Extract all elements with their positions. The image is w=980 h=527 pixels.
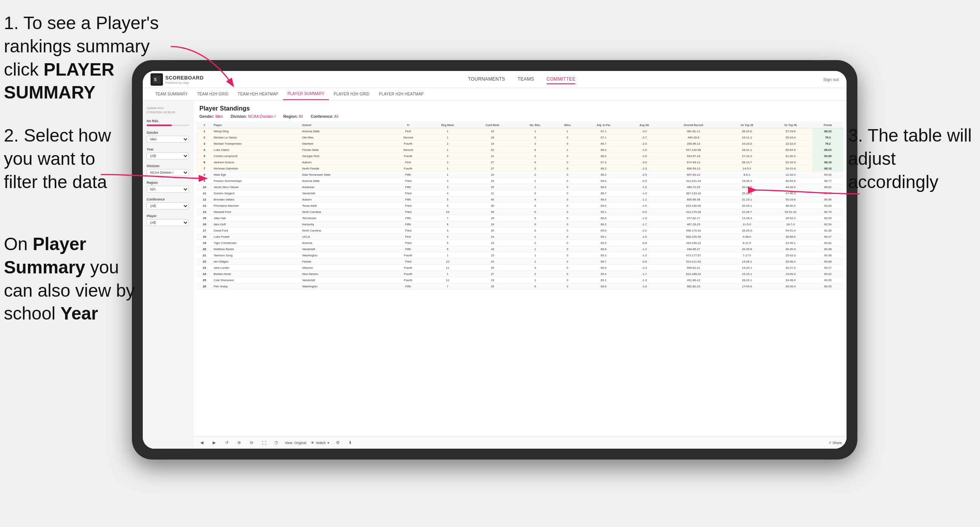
year-select[interactable]: (All) (147, 152, 189, 159)
table-row[interactable]: 1 Wenyi Ding Arizona State First 1 15 1 … (196, 128, 843, 135)
no-rds-slider[interactable] (147, 124, 189, 126)
sub-nav-player-h2h-grid[interactable]: PLAYER H2H GRID (329, 88, 374, 100)
cell-player-name[interactable]: David Ford (213, 228, 301, 234)
cell-player-name[interactable]: Cole Sherwood (213, 277, 301, 283)
cell-avg-sg: -2.3 (627, 265, 662, 271)
cell-player-name[interactable]: Luke Claton (213, 147, 301, 153)
table-row[interactable]: 25 Cole Sherwood Vanderbilt Fourth 12 23… (196, 277, 843, 283)
cell-player-name[interactable]: Gordon Sargent (213, 190, 301, 197)
cell-adj: 68.7 (580, 141, 627, 147)
toolbar-zoom-out-btn[interactable]: ⊖ (248, 439, 255, 447)
cell-player-name[interactable]: Matthew Riedel (213, 246, 301, 252)
cell-player-name[interactable]: Luke Powell (213, 234, 301, 240)
cell-rank: 24 (196, 271, 213, 277)
cell-player-name[interactable]: Mats Ege (213, 172, 301, 178)
cell-overall: 514-111-52 (662, 259, 725, 265)
table-row[interactable]: 17 David Ford North Carolina Third 9 20 … (196, 228, 843, 234)
table-row[interactable]: 22 Ian Gilligan Florida Third 10 24 1 0 … (196, 259, 843, 265)
nav-tournaments[interactable]: TOURNAMENTS (468, 75, 505, 84)
cell-overall: 429-190-22 (662, 240, 725, 246)
table-row[interactable]: 10 Jacob Skov Olesen Arkansas Fifth 3 25… (196, 184, 843, 190)
cell-wins: 0 (555, 234, 580, 240)
cell-top25: 26-23-1 (725, 277, 769, 283)
cell-reg-rank: 12 (426, 277, 469, 283)
cell-player-name[interactable]: Jake Hall (213, 215, 301, 221)
table-row[interactable]: 15 Jake Hall Tennessee Fifth 7 18 0 0 68… (196, 215, 843, 221)
toolbar-zoom-in-btn[interactable]: ⊕ (235, 439, 243, 447)
table-row[interactable]: 5 Christo Lamprecht Georgia Tech Fourth … (196, 153, 843, 159)
cell-no-rds: 4 (516, 197, 554, 203)
cell-avg-sg: -1.5 (627, 215, 662, 221)
toolbar-download-btn[interactable]: ⬇ (346, 439, 354, 447)
cell-no-rds: 1 (516, 259, 554, 265)
table-row[interactable]: 11 Gordon Sargent Vanderbilt Third 4 21 … (196, 190, 843, 197)
table-row[interactable]: 16 Alex Goff Kentucky Fifth 8 19 0 0 68.… (196, 221, 843, 228)
cell-player-name[interactable]: Jack Lundin (213, 265, 301, 271)
cell-player-name[interactable]: Maxwell Ford (213, 209, 301, 215)
cell-player-name[interactable]: Alex Goff (213, 221, 301, 228)
region-select[interactable]: N/A (147, 186, 189, 193)
gender-select[interactable]: Men (147, 136, 189, 143)
watch-button[interactable]: 👁 Watch ▾ (311, 441, 329, 445)
sub-nav-team-h2h-grid[interactable]: TEAM H2H GRID (192, 88, 233, 100)
cell-player-name[interactable]: Ian Gilligan (213, 259, 301, 265)
table-row[interactable]: 13 Phichaksn Maichon Texas A&M Third 6 3… (196, 203, 843, 209)
cell-player-name[interactable]: Wenyi Ding (213, 128, 301, 135)
sub-nav-team-h2h-heatmap[interactable]: TEAM H2H HEATMAP (233, 88, 283, 100)
cell-yr: Third (390, 228, 426, 234)
cell-top50: 24-10-4 (769, 166, 812, 172)
toolbar-forward-btn[interactable]: ▶ (210, 439, 218, 447)
cell-player-name[interactable]: Tiger Christensen (213, 240, 301, 246)
cell-no-rds: 0 (516, 215, 554, 221)
table-row[interactable]: 20 Matthew Riedel Vanderbilt Fifth 6 18 … (196, 246, 843, 252)
cell-points: 83.83 (812, 203, 843, 209)
cell-player-name[interactable]: Preston Summerhays (213, 178, 301, 184)
cell-player-name[interactable]: Phichaksn Maichon (213, 203, 301, 209)
toolbar-fullscreen-btn[interactable]: ⛶ (260, 439, 268, 447)
cell-player-name[interactable]: Taehoon Song (213, 252, 301, 259)
cell-player-name[interactable]: Jacob Skov Olesen (213, 184, 301, 190)
table-row[interactable]: 24 Bastien Amat New Mexico Fourth 1 27 2… (196, 271, 843, 277)
table-row[interactable]: 6 Jackson Koivun Auburn First 2 27 0 0 6… (196, 159, 843, 166)
table-row[interactable]: 23 Jack Lundin Missouri Fourth 11 25 4 0… (196, 265, 843, 271)
cell-player-name[interactable]: Michael Le Sasso (213, 135, 301, 141)
nav-committee[interactable]: COMMITTEE (547, 75, 576, 84)
nav-sign-out[interactable]: Sign out (823, 77, 839, 82)
cell-yr: Third (390, 240, 426, 246)
toolbar-clock-btn[interactable]: ⏱ (272, 439, 280, 447)
data-table-wrapper[interactable]: # Player School Yr Reg Rank Conf Rank No… (193, 122, 847, 436)
cell-player-name[interactable]: Petr Hruby (213, 283, 301, 290)
toolbar-refresh-btn[interactable]: ↺ (223, 439, 230, 447)
cell-player-name[interactable]: Brendan Valdes (213, 197, 301, 203)
table-row[interactable]: 19 Tiger Christensen Arizona Third 5 23 … (196, 240, 843, 246)
table-row[interactable]: 9 Preston Summerhays Arizona State Third… (196, 178, 843, 184)
cell-player-name[interactable]: Bastien Amat (213, 271, 301, 277)
toolbar-settings-btn[interactable]: ⚙ (334, 439, 342, 447)
table-row[interactable]: 2 Michael Le Sasso Ole Miss Second 1 18 … (196, 135, 843, 141)
table-row[interactable]: 4 Luke Claton Florida State Second 1 22 … (196, 147, 843, 153)
conference-select[interactable]: (All) (147, 202, 189, 209)
cell-top25: 19-39-2 (725, 178, 769, 184)
table-row[interactable]: 18 Luke Powell UCLA First 4 24 1 0 69.1 … (196, 234, 843, 240)
table-row[interactable]: 14 Maxwell Ford North Carolina Third 23 … (196, 209, 843, 215)
table-row[interactable]: 3 Michael Thorbjornsen Stanford Fourth 2… (196, 141, 843, 147)
cell-player-name[interactable]: Nicholas Gabrelcik (213, 166, 301, 172)
cell-points: 80.98 (812, 246, 843, 252)
cell-player-name[interactable]: Christo Lamprecht (213, 153, 301, 159)
sub-nav-player-summary[interactable]: PLAYER SUMMARY (283, 88, 329, 100)
cell-player-name[interactable]: Michael Thorbjornsen (213, 141, 301, 147)
nav-teams[interactable]: TEAMS (518, 75, 534, 84)
sub-nav-player-h2h-heatmap[interactable]: PLAYER H2H HEATMAP (374, 88, 428, 100)
table-row[interactable]: 26 Petr Hruby Washington Fifth 7 25 0 0 … (196, 283, 843, 290)
main-content: Player Standings Gender: Men Division: N… (193, 100, 847, 449)
table-row[interactable]: 7 Nicholas Gabrelcik North Florida Fourt… (196, 166, 843, 172)
cell-player-name[interactable]: Jackson Koivun (213, 159, 301, 166)
share-button[interactable]: ↗ Share (828, 441, 842, 445)
table-row[interactable]: 12 Brendan Valdes Auburn Fifth 5 40 4 0 … (196, 197, 843, 203)
division-select[interactable]: NCAA Division I (147, 169, 189, 176)
toolbar-back-btn[interactable]: ◀ (198, 439, 206, 447)
cell-points: 82.35 (812, 228, 843, 234)
player-select[interactable]: (All) (147, 219, 189, 226)
table-row[interactable]: 21 Taehoon Song Washington Fourth 1 23 1… (196, 252, 843, 259)
table-row[interactable]: 8 Mats Ege East Tennessee State Fifth 1 … (196, 172, 843, 178)
